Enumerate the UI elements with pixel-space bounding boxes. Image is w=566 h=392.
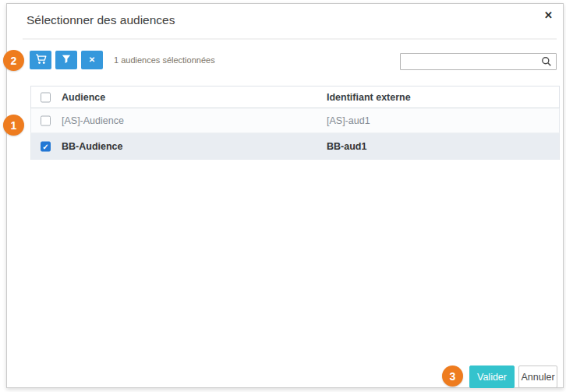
search-input[interactable] bbox=[400, 53, 557, 70]
validate-button[interactable]: Valider bbox=[469, 366, 515, 388]
table-row[interactable]: [AS]-Audience [AS]-aud1 bbox=[30, 108, 560, 133]
select-all-checkbox[interactable] bbox=[41, 92, 51, 102]
annotation-badge-2: 2 bbox=[3, 50, 24, 71]
row-checkbox-checked[interactable]: ✓ bbox=[41, 142, 51, 152]
table-row-selected[interactable]: ✓ BB-Audience BB-aud1 bbox=[30, 133, 560, 160]
clear-button[interactable]: ✕ bbox=[81, 51, 103, 69]
table-header-row: Audience Identifiant externe bbox=[30, 86, 560, 108]
column-header-external-id: Identifiant externe bbox=[327, 92, 411, 103]
audience-cell: [AS]-Audience bbox=[62, 115, 124, 126]
search-box bbox=[400, 53, 557, 70]
search-icon bbox=[541, 56, 552, 67]
filter-button[interactable] bbox=[55, 51, 77, 69]
column-header-audience: Audience bbox=[62, 92, 105, 103]
shopping-cart-icon bbox=[35, 54, 47, 67]
select-audiences-dialog: ✕ Sélectionner des audiences ✕ 1 audienc… bbox=[6, 3, 564, 388]
dialog-title: Sélectionner des audiences bbox=[27, 13, 175, 27]
external-id-cell: BB-aud1 bbox=[327, 141, 366, 152]
annotation-badge-3: 3 bbox=[442, 366, 463, 387]
annotation-badge-1: 1 bbox=[3, 115, 24, 136]
cancel-button[interactable]: Annuler bbox=[518, 366, 557, 388]
title-divider bbox=[23, 38, 557, 40]
x-clear-icon: ✕ bbox=[89, 56, 95, 64]
selection-status: 1 audiences sélectionnées bbox=[114, 55, 215, 65]
audience-cell: BB-Audience bbox=[62, 141, 122, 152]
filter-funnel-icon bbox=[62, 55, 71, 66]
cart-button[interactable] bbox=[30, 51, 51, 69]
row-checkbox[interactable] bbox=[41, 115, 51, 125]
close-icon[interactable]: ✕ bbox=[544, 10, 553, 20]
toolbar: ✕ 1 audiences sélectionnées bbox=[30, 51, 215, 69]
external-id-cell: [AS]-aud1 bbox=[327, 115, 370, 126]
audiences-table: Audience Identifiant externe [AS]-Audien… bbox=[30, 86, 560, 160]
check-icon: ✓ bbox=[42, 143, 48, 150]
